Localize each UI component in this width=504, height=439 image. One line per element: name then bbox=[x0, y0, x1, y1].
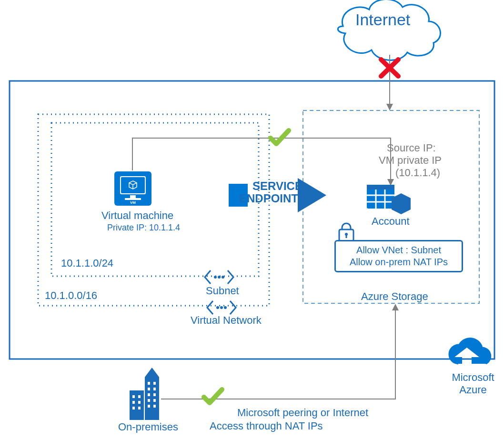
source-ip-line2: VM private IP bbox=[379, 154, 442, 167]
subnet-label: Subnet bbox=[206, 285, 239, 297]
svg-marker-16 bbox=[387, 179, 394, 186]
onprem-label: On-premises bbox=[118, 421, 178, 433]
account-rule-1: Allow VNet : Subnet bbox=[343, 244, 455, 256]
svg-rect-45 bbox=[153, 399, 156, 402]
svg-rect-14 bbox=[125, 198, 141, 200]
subnet-icon bbox=[205, 270, 233, 284]
lock-icon bbox=[339, 223, 353, 241]
account-rule-2: Allow on-prem NAT IPs bbox=[343, 256, 455, 268]
source-ip-line1: Source IP: bbox=[387, 142, 436, 154]
source-ip-line3: (10.1.1.4) bbox=[395, 167, 440, 179]
svg-rect-20 bbox=[367, 185, 394, 190]
svg-point-9 bbox=[222, 276, 224, 279]
svg-rect-44 bbox=[148, 399, 150, 402]
onprem-path-1: Microsoft peering or Internet bbox=[237, 407, 368, 419]
vm-title: Virtual machine bbox=[101, 210, 173, 222]
svg-point-8 bbox=[218, 276, 221, 279]
diagram-svg: VM bbox=[0, 0, 504, 439]
svg-rect-42 bbox=[148, 393, 150, 396]
vnet-icon bbox=[207, 301, 236, 314]
allow-onprem-icon bbox=[204, 389, 222, 403]
azure-cloud-icon bbox=[449, 338, 491, 364]
account-rules-box: Allow VNet : Subnet Allow on-prem NAT IP… bbox=[334, 240, 463, 272]
svg-rect-32 bbox=[132, 395, 135, 398]
svg-rect-37 bbox=[138, 407, 141, 409]
svg-point-7 bbox=[214, 276, 217, 279]
service-endpoint-label-2: ENDPOINT bbox=[239, 192, 298, 204]
svg-rect-39 bbox=[153, 382, 156, 385]
onprem-path-2: Access through NAT IPs bbox=[210, 420, 323, 432]
subnet-frame bbox=[51, 123, 259, 276]
svg-rect-41 bbox=[153, 388, 156, 390]
vm-icon: VM bbox=[114, 171, 151, 206]
svg-rect-13 bbox=[130, 195, 136, 198]
svg-rect-43 bbox=[153, 393, 156, 396]
svg-rect-36 bbox=[132, 407, 135, 409]
vnet-label: Virtual Network bbox=[191, 314, 262, 327]
svg-marker-1 bbox=[386, 104, 393, 110]
svg-rect-46 bbox=[148, 405, 150, 408]
service-endpoint-label-1: SERVICE bbox=[252, 180, 302, 192]
svg-rect-40 bbox=[148, 388, 150, 390]
svg-marker-31 bbox=[145, 368, 159, 377]
subnet-cidr: 10.1.1.0/24 bbox=[61, 257, 113, 269]
svg-rect-47 bbox=[153, 405, 156, 408]
azure-region-label: Microsoft Azure bbox=[447, 371, 499, 396]
svg-rect-30 bbox=[145, 377, 159, 420]
svg-rect-33 bbox=[138, 395, 141, 398]
svg-rect-35 bbox=[138, 401, 141, 404]
svg-rect-38 bbox=[148, 382, 150, 385]
svg-text:VM: VM bbox=[130, 200, 136, 205]
svg-point-4 bbox=[216, 306, 219, 309]
diagram-canvas: VM bbox=[0, 0, 504, 439]
svg-marker-48 bbox=[392, 304, 399, 310]
internet-cloud-icon bbox=[338, 0, 440, 60]
svg-rect-34 bbox=[132, 401, 135, 404]
svg-rect-28 bbox=[346, 234, 347, 238]
svg-point-5 bbox=[220, 306, 223, 309]
svg-rect-29 bbox=[130, 390, 144, 420]
onprem-icon bbox=[130, 368, 159, 420]
svg-point-6 bbox=[224, 306, 227, 309]
arrow-vm-to-storage bbox=[132, 138, 394, 186]
storage-region-label: Azure Storage bbox=[361, 290, 428, 303]
account-label: Account bbox=[372, 215, 410, 228]
storage-account-icon bbox=[367, 185, 411, 214]
allow-vm-icon bbox=[271, 130, 289, 144]
vm-private-ip: Private IP: 10.1.1.4 bbox=[107, 223, 180, 233]
vnet-cidr: 10.1.0.0/16 bbox=[45, 289, 97, 302]
internet-label: Internet bbox=[355, 10, 410, 29]
